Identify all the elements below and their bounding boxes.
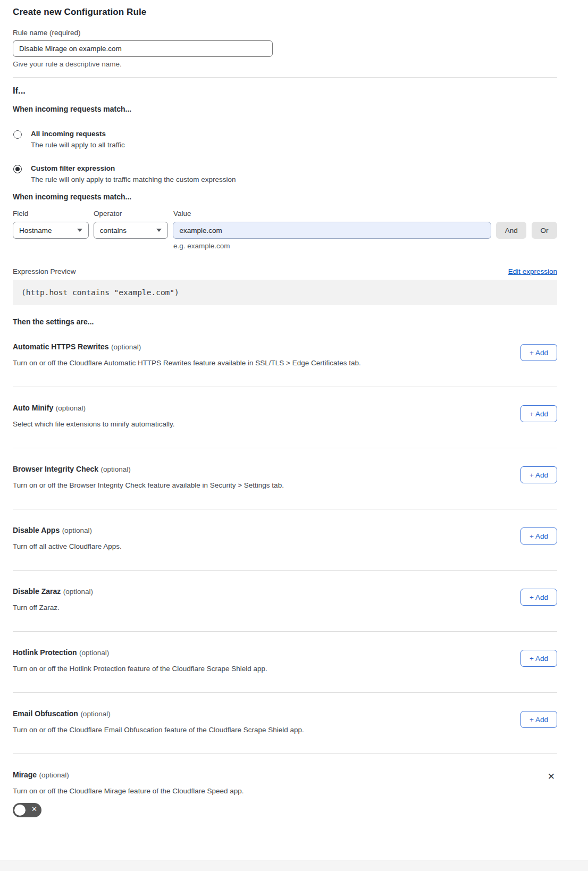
section-divider bbox=[13, 77, 557, 78]
optional-tag: (optional) bbox=[101, 465, 131, 473]
setting-name: Mirage bbox=[13, 770, 37, 779]
setting-description: Turn off Zaraz. bbox=[13, 604, 93, 612]
match-heading: When incoming requests match... bbox=[13, 105, 557, 113]
setting-description: Turn on or off the Cloudflare Mirage fea… bbox=[13, 787, 244, 795]
setting-row: Auto Minify (optional) Select which file… bbox=[13, 387, 557, 428]
setting-row: Browser Integrity Check (optional) Turn … bbox=[13, 448, 557, 489]
toggle-knob bbox=[14, 805, 26, 816]
setting-name: Email Obfuscation bbox=[13, 709, 78, 718]
add-button[interactable]: + Add bbox=[520, 711, 557, 728]
rule-name-label: Rule name (required) bbox=[13, 29, 557, 37]
radio-description: The rule will only apply to traffic matc… bbox=[31, 175, 236, 183]
optional-tag: (optional) bbox=[111, 343, 141, 351]
setting-hotlink-protection: Hotlink Protection (optional) Turn on or… bbox=[13, 632, 557, 693]
rule-name-input[interactable] bbox=[13, 40, 273, 57]
setting-email-obfuscation: Email Obfuscation (optional) Turn on or … bbox=[13, 693, 557, 754]
setting-row: Disable Apps (optional) Turn off all act… bbox=[13, 509, 557, 550]
radio-button-unselected[interactable] bbox=[13, 130, 22, 139]
expression-code-text: (http.host contains "example.com") bbox=[21, 288, 179, 297]
setting-automatic-https-rewrites: Automatic HTTPS Rewrites (optional) Turn… bbox=[13, 326, 557, 387]
optional-tag: (optional) bbox=[62, 526, 92, 534]
setting-mirage: Mirage (optional) Turn on or off the Clo… bbox=[13, 754, 557, 817]
field-label: Field bbox=[13, 210, 94, 217]
setting-row: Hotlink Protection (optional) Turn on or… bbox=[13, 632, 557, 673]
rule-name-help: Give your rule a descriptive name. bbox=[13, 60, 557, 68]
then-settings-heading: Then the settings are... bbox=[13, 317, 557, 326]
operator-label: Operator bbox=[94, 210, 173, 217]
setting-row: Email Obfuscation (optional) Turn on or … bbox=[13, 693, 557, 734]
setting-browser-integrity-check: Browser Integrity Check (optional) Turn … bbox=[13, 448, 557, 509]
field-select-value: Hostname bbox=[19, 227, 52, 234]
setting-auto-minify: Auto Minify (optional) Select which file… bbox=[13, 387, 557, 448]
add-button[interactable]: + Add bbox=[520, 466, 557, 483]
optional-tag: (optional) bbox=[80, 710, 110, 718]
setting-name: Disable Zaraz bbox=[13, 587, 61, 596]
setting-name: Automatic HTTPS Rewrites bbox=[13, 342, 108, 351]
chevron-down-icon bbox=[156, 229, 162, 232]
radio-all-incoming-requests[interactable]: All incoming requests The rule will appl… bbox=[13, 130, 557, 149]
expression-preview-code: (http.host contains "example.com") bbox=[13, 280, 557, 305]
setting-name: Browser Integrity Check bbox=[13, 465, 98, 473]
add-button[interactable]: + Add bbox=[520, 527, 557, 545]
setting-description: Turn on or off the Cloudflare Automatic … bbox=[13, 359, 361, 367]
expression-preview-label: Expression Preview bbox=[13, 267, 76, 275]
value-input[interactable] bbox=[173, 222, 491, 239]
radio-label: All incoming requests bbox=[31, 130, 125, 138]
setting-row: Automatic HTTPS Rewrites (optional) Turn… bbox=[13, 326, 557, 367]
setting-description: Turn on or off the Browser Integrity Che… bbox=[13, 481, 284, 489]
mirage-toggle-off[interactable]: ✕ bbox=[13, 803, 41, 817]
value-label: Value bbox=[173, 210, 191, 217]
add-button[interactable]: + Add bbox=[520, 589, 557, 606]
or-button[interactable]: Or bbox=[532, 222, 557, 239]
setting-name: Auto Minify bbox=[13, 404, 53, 412]
radio-label: Custom filter expression bbox=[31, 164, 236, 172]
add-button[interactable]: + Add bbox=[520, 405, 557, 422]
operator-select-value: contains bbox=[100, 227, 127, 234]
setting-description: Turn off all active Cloudflare Apps. bbox=[13, 542, 122, 550]
and-button[interactable]: And bbox=[496, 222, 526, 239]
radio-button-selected[interactable] bbox=[13, 165, 22, 173]
optional-tag: (optional) bbox=[79, 649, 109, 657]
radio-description: The rule will apply to all traffic bbox=[31, 141, 125, 149]
setting-description: Select which file extensions to minify a… bbox=[13, 420, 174, 428]
value-help: e.g. example.com bbox=[173, 242, 557, 250]
optional-tag: (optional) bbox=[56, 404, 86, 412]
operator-select[interactable]: contains bbox=[94, 222, 169, 239]
optional-tag: (optional) bbox=[63, 588, 93, 596]
add-button[interactable]: + Add bbox=[520, 650, 557, 667]
expression-builder-heading: When incoming requests match... bbox=[13, 192, 557, 201]
setting-row: Disable Zaraz (optional) Turn off Zaraz.… bbox=[13, 571, 557, 612]
if-heading: If... bbox=[13, 86, 557, 96]
chevron-down-icon bbox=[77, 229, 82, 232]
toggle-off-x-icon: ✕ bbox=[31, 805, 37, 813]
setting-name: Disable Apps bbox=[13, 526, 60, 534]
footer-band bbox=[0, 860, 588, 871]
page-title: Create new Configuration Rule bbox=[13, 7, 557, 18]
setting-description: Turn on or off the Hotlink Protection fe… bbox=[13, 665, 267, 673]
field-select[interactable]: Hostname bbox=[13, 222, 89, 239]
setting-name: Hotlink Protection bbox=[13, 648, 77, 657]
edit-expression-link[interactable]: Edit expression bbox=[508, 267, 557, 275]
setting-row: Mirage (optional) Turn on or off the Clo… bbox=[13, 754, 557, 817]
radio-custom-filter-expression[interactable]: Custom filter expression The rule will o… bbox=[13, 164, 557, 183]
setting-disable-apps: Disable Apps (optional) Turn off all act… bbox=[13, 509, 557, 571]
optional-tag: (optional) bbox=[39, 771, 69, 779]
add-button[interactable]: + Add bbox=[520, 344, 557, 361]
close-icon[interactable]: ✕ bbox=[545, 771, 557, 817]
setting-disable-zaraz: Disable Zaraz (optional) Turn off Zaraz.… bbox=[13, 571, 557, 632]
setting-description: Turn on or off the Cloudflare Email Obfu… bbox=[13, 726, 304, 734]
